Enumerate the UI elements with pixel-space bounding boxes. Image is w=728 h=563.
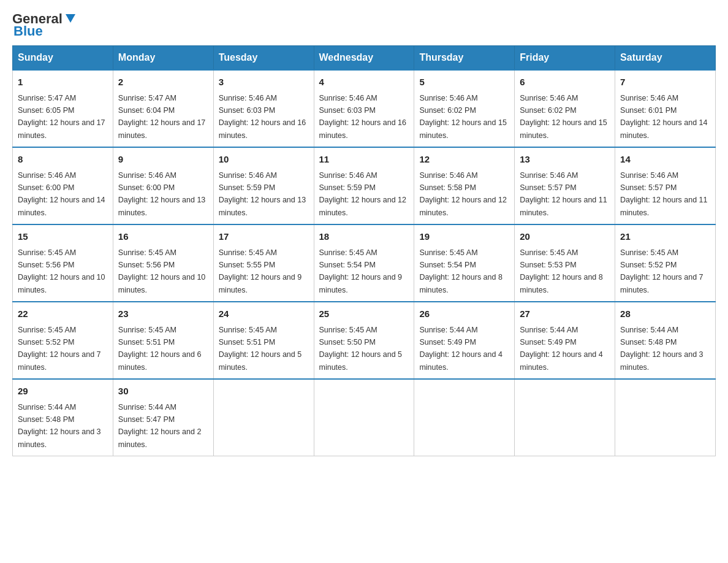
day-number: 5 [419,75,509,90]
calendar-day-cell: 23 Sunrise: 5:45 AMSunset: 5:51 PMDaylig… [113,302,213,379]
day-number: 4 [319,75,409,90]
day-number: 15 [18,230,108,244]
calendar-day-cell: 8 Sunrise: 5:46 AMSunset: 6:00 PMDayligh… [13,147,113,224]
day-info: Sunrise: 5:46 AMSunset: 5:57 PMDaylight:… [620,171,707,217]
day-number: 9 [118,153,208,167]
calendar-day-cell: 24 Sunrise: 5:45 AMSunset: 5:51 PMDaylig… [213,302,314,379]
logo-blue-text: Blue [12,23,43,39]
logo-triangle-icon [64,12,77,25]
calendar-day-cell: 18 Sunrise: 5:45 AMSunset: 5:54 PMDaylig… [314,224,414,302]
day-info: Sunrise: 5:45 AMSunset: 5:54 PMDaylight:… [319,248,403,294]
day-info: Sunrise: 5:45 AMSunset: 5:52 PMDaylight:… [18,326,101,372]
day-number: 20 [520,230,610,244]
day-info: Sunrise: 5:46 AMSunset: 6:00 PMDaylight:… [118,171,205,217]
logo: General Blue [12,12,77,39]
day-number: 1 [18,75,108,90]
day-number: 16 [118,230,208,244]
calendar-header-thursday: Thursday [414,46,515,71]
day-info: Sunrise: 5:44 AMSunset: 5:47 PMDaylight:… [118,403,202,449]
day-info: Sunrise: 5:44 AMSunset: 5:48 PMDaylight:… [620,326,703,372]
day-info: Sunrise: 5:46 AMSunset: 6:03 PMDaylight:… [219,94,306,140]
day-number: 29 [18,385,108,399]
day-info: Sunrise: 5:46 AMSunset: 5:58 PMDaylight:… [419,171,506,217]
day-info: Sunrise: 5:46 AMSunset: 6:02 PMDaylight:… [520,94,607,140]
day-number: 28 [620,307,710,321]
calendar-day-cell: 25 Sunrise: 5:45 AMSunset: 5:50 PMDaylig… [314,302,414,379]
day-number: 18 [319,230,409,244]
day-number: 24 [219,307,309,321]
calendar-header-friday: Friday [515,46,615,71]
calendar-day-cell [414,379,515,456]
calendar-header-monday: Monday [113,46,213,71]
day-number: 6 [520,75,610,90]
calendar-week-row-1: 1 Sunrise: 5:47 AMSunset: 6:05 PMDayligh… [13,70,716,147]
calendar-day-cell: 1 Sunrise: 5:47 AMSunset: 6:05 PMDayligh… [13,70,113,147]
day-info: Sunrise: 5:47 AMSunset: 6:04 PMDaylight:… [118,94,205,140]
calendar-day-cell: 29 Sunrise: 5:44 AMSunset: 5:48 PMDaylig… [13,379,113,456]
day-info: Sunrise: 5:45 AMSunset: 5:56 PMDaylight:… [18,248,105,294]
calendar-day-cell: 14 Sunrise: 5:46 AMSunset: 5:57 PMDaylig… [615,147,716,224]
calendar-day-cell: 4 Sunrise: 5:46 AMSunset: 6:03 PMDayligh… [314,70,414,147]
calendar-header-row: SundayMondayTuesdayWednesdayThursdayFrid… [13,46,716,71]
day-info: Sunrise: 5:45 AMSunset: 5:52 PMDaylight:… [620,248,703,294]
day-info: Sunrise: 5:44 AMSunset: 5:49 PMDaylight:… [419,326,502,372]
day-info: Sunrise: 5:46 AMSunset: 6:01 PMDaylight:… [620,94,707,140]
calendar-week-row-4: 22 Sunrise: 5:45 AMSunset: 5:52 PMDaylig… [13,302,716,379]
calendar-day-cell: 7 Sunrise: 5:46 AMSunset: 6:01 PMDayligh… [615,70,716,147]
day-number: 21 [620,230,710,244]
calendar-day-cell: 27 Sunrise: 5:44 AMSunset: 5:49 PMDaylig… [515,302,615,379]
day-number: 19 [419,230,509,244]
day-number: 2 [118,75,208,90]
calendar-header-sunday: Sunday [13,46,113,71]
calendar-day-cell: 12 Sunrise: 5:46 AMSunset: 5:58 PMDaylig… [414,147,515,224]
day-info: Sunrise: 5:45 AMSunset: 5:54 PMDaylight:… [419,248,502,294]
calendar-day-cell: 13 Sunrise: 5:46 AMSunset: 5:57 PMDaylig… [515,147,615,224]
calendar-header-saturday: Saturday [615,46,716,71]
day-number: 11 [319,153,409,167]
day-info: Sunrise: 5:45 AMSunset: 5:51 PMDaylight:… [118,326,202,372]
day-info: Sunrise: 5:46 AMSunset: 5:59 PMDaylight:… [219,171,306,217]
day-number: 25 [319,307,409,321]
calendar-day-cell [615,379,716,456]
day-info: Sunrise: 5:45 AMSunset: 5:51 PMDaylight:… [219,326,302,372]
calendar-day-cell: 17 Sunrise: 5:45 AMSunset: 5:55 PMDaylig… [213,224,314,302]
calendar-week-row-2: 8 Sunrise: 5:46 AMSunset: 6:00 PMDayligh… [13,147,716,224]
calendar-day-cell: 11 Sunrise: 5:46 AMSunset: 5:59 PMDaylig… [314,147,414,224]
calendar-day-cell: 3 Sunrise: 5:46 AMSunset: 6:03 PMDayligh… [213,70,314,147]
calendar-day-cell [314,379,414,456]
calendar-day-cell: 6 Sunrise: 5:46 AMSunset: 6:02 PMDayligh… [515,70,615,147]
day-info: Sunrise: 5:46 AMSunset: 6:00 PMDaylight:… [18,171,105,217]
calendar-table: SundayMondayTuesdayWednesdayThursdayFrid… [12,45,716,456]
page-header: General Blue [12,12,716,39]
calendar-day-cell: 20 Sunrise: 5:45 AMSunset: 5:53 PMDaylig… [515,224,615,302]
day-number: 3 [219,75,309,90]
day-number: 27 [520,307,610,321]
calendar-day-cell: 15 Sunrise: 5:45 AMSunset: 5:56 PMDaylig… [13,224,113,302]
calendar-day-cell: 30 Sunrise: 5:44 AMSunset: 5:47 PMDaylig… [113,379,213,456]
calendar-day-cell: 16 Sunrise: 5:45 AMSunset: 5:56 PMDaylig… [113,224,213,302]
day-info: Sunrise: 5:45 AMSunset: 5:50 PMDaylight:… [319,326,403,372]
day-number: 22 [18,307,108,321]
calendar-day-cell: 22 Sunrise: 5:45 AMSunset: 5:52 PMDaylig… [13,302,113,379]
day-info: Sunrise: 5:46 AMSunset: 5:57 PMDaylight:… [520,171,607,217]
day-info: Sunrise: 5:47 AMSunset: 6:05 PMDaylight:… [18,94,105,140]
svg-marker-0 [66,14,75,23]
day-number: 23 [118,307,208,321]
calendar-day-cell: 21 Sunrise: 5:45 AMSunset: 5:52 PMDaylig… [615,224,716,302]
day-number: 7 [620,75,710,90]
calendar-day-cell [515,379,615,456]
calendar-day-cell: 10 Sunrise: 5:46 AMSunset: 5:59 PMDaylig… [213,147,314,224]
calendar-day-cell: 19 Sunrise: 5:45 AMSunset: 5:54 PMDaylig… [414,224,515,302]
day-info: Sunrise: 5:45 AMSunset: 5:56 PMDaylight:… [118,248,205,294]
calendar-day-cell [213,379,314,456]
day-number: 26 [419,307,509,321]
day-info: Sunrise: 5:46 AMSunset: 6:03 PMDaylight:… [319,94,406,140]
day-number: 12 [419,153,509,167]
calendar-day-cell: 26 Sunrise: 5:44 AMSunset: 5:49 PMDaylig… [414,302,515,379]
day-number: 17 [219,230,309,244]
calendar-header-tuesday: Tuesday [213,46,314,71]
calendar-day-cell: 2 Sunrise: 5:47 AMSunset: 6:04 PMDayligh… [113,70,213,147]
day-number: 30 [118,385,208,399]
day-number: 13 [520,153,610,167]
day-info: Sunrise: 5:46 AMSunset: 6:02 PMDaylight:… [419,94,506,140]
